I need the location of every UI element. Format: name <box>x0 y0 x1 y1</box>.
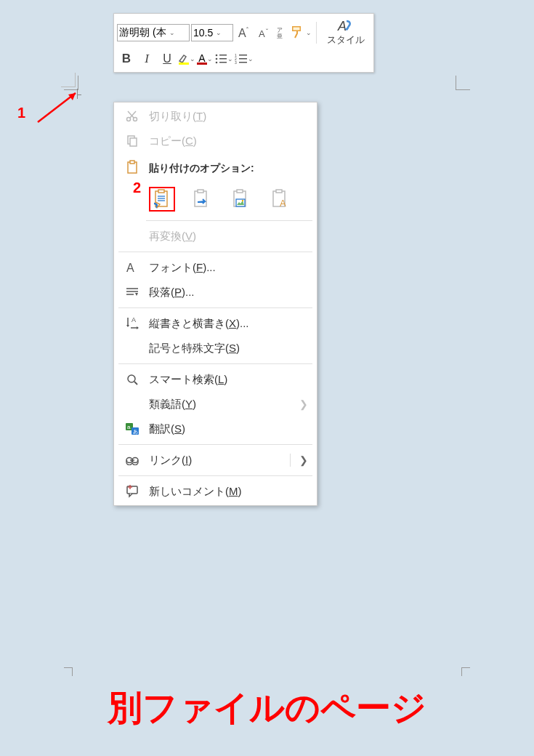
page-corner <box>456 76 470 90</box>
dropdown-icon: ⌄ <box>190 55 195 63</box>
paste-picture[interactable] <box>227 187 254 212</box>
svg-text:A: A <box>337 19 347 33</box>
svg-rect-28 <box>130 161 134 164</box>
paste-options-header: 貼り付けのオプション: <box>149 158 311 180</box>
comment-icon <box>123 483 142 499</box>
dropdown-icon: ⌄ <box>216 29 222 36</box>
svg-point-11 <box>216 62 218 64</box>
svg-text:A: A <box>126 262 134 274</box>
menu-cut[interactable]: 切り取り(T) <box>114 104 317 129</box>
bullets-button[interactable]: ⌄ <box>214 53 233 65</box>
increase-font-button[interactable]: Aˆ <box>235 24 254 41</box>
dropdown-icon: ⌄ <box>248 55 254 63</box>
bold-button[interactable]: B <box>117 50 136 68</box>
underline-button[interactable]: U <box>158 50 177 68</box>
dropdown-icon: ⌄ <box>207 55 213 63</box>
menu-label: 類義語(Y) <box>149 398 296 411</box>
page-corner <box>64 76 78 90</box>
svg-rect-14 <box>239 55 247 56</box>
menu-copy[interactable]: コピー(C) <box>114 129 317 153</box>
styles-button[interactable]: A スタイル <box>321 18 371 47</box>
menu-label: フォント(F)... <box>149 261 311 275</box>
font-icon: A <box>123 260 142 276</box>
menu-font[interactable]: A フォント(F)... <box>114 255 317 280</box>
svg-rect-12 <box>219 62 227 63</box>
svg-rect-8 <box>219 55 227 56</box>
clipboard-icon <box>123 159 142 175</box>
font-color-button[interactable]: A ⌄ <box>197 54 213 65</box>
menu-new-comment[interactable]: 新しいコメント(M) <box>114 479 317 504</box>
page-corner <box>64 667 73 676</box>
svg-point-50 <box>128 375 135 382</box>
menu-separator <box>118 444 312 445</box>
paste-merge-formatting[interactable] <box>188 187 214 212</box>
menu-symbols[interactable]: 記号と特殊文字(S) <box>114 336 317 361</box>
highlight-button[interactable]: ⌄ <box>178 54 195 65</box>
svg-text:亜: 亜 <box>277 33 283 39</box>
svg-rect-38 <box>236 199 245 206</box>
mini-toolbar: 游明朝 (本 ⌄ 10.5 ⌄ Aˆ Aˇ ア亜 ⌄ A スタイル B I U <box>113 13 374 73</box>
menu-label: 再変換(V) <box>149 230 311 244</box>
menu-synonyms[interactable]: 類義語(Y) ❯ <box>114 392 317 417</box>
paste-keep-source-formatting[interactable] <box>149 187 175 212</box>
divider <box>290 454 291 467</box>
blank-icon <box>123 340 142 356</box>
copy-icon <box>123 133 142 149</box>
menu-smart-lookup[interactable]: スマート検索(L) <box>114 367 317 392</box>
svg-point-22 <box>134 118 137 121</box>
styles-label: スタイル <box>327 33 365 47</box>
svg-point-21 <box>127 118 131 121</box>
svg-rect-37 <box>237 190 243 193</box>
menu-text-direction[interactable]: A 縦書きと横書き(X)... <box>114 311 317 336</box>
format-painter-button[interactable]: ⌄ <box>290 25 312 40</box>
blank-icon <box>123 228 142 244</box>
svg-rect-34 <box>195 191 206 206</box>
search-icon <box>123 371 142 387</box>
caption-text: 別ファイルのページ <box>0 685 534 731</box>
blank-icon <box>123 396 142 412</box>
chevron-right-icon: ❯ <box>296 398 311 410</box>
annotation-number-1: 1 <box>17 105 25 121</box>
divider <box>316 22 317 44</box>
svg-point-9 <box>216 58 218 60</box>
svg-rect-26 <box>130 138 137 146</box>
svg-rect-35 <box>198 190 203 193</box>
menu-paragraph[interactable]: 段落(P)... <box>114 280 317 305</box>
link-icon <box>123 452 142 468</box>
annotation-number-2: 2 <box>133 180 141 196</box>
svg-line-19 <box>38 93 76 122</box>
menu-label: 記号と特殊文字(S) <box>149 342 311 355</box>
svg-text:3: 3 <box>235 60 237 65</box>
menu-label: スマート検索(L) <box>149 373 311 387</box>
menu-translate[interactable]: aあ 翻訳(S) <box>114 417 317 441</box>
menu-reconvert[interactable]: 再変換(V) <box>114 224 317 249</box>
menu-label: 翻訳(S) <box>149 422 311 436</box>
font-size-select[interactable]: 10.5 ⌄ <box>191 24 233 41</box>
svg-text:A: A <box>238 27 246 39</box>
scissors-icon <box>123 108 142 124</box>
svg-text:あ: あ <box>133 429 138 435</box>
menu-label: リンク(I) <box>149 454 284 467</box>
svg-line-51 <box>134 382 137 385</box>
svg-text:ˇ: ˇ <box>266 28 268 35</box>
menu-separator <box>118 252 312 252</box>
menu-paste-options: 貼り付けのオプション: <box>114 153 317 184</box>
paste-text-only[interactable]: A <box>267 187 293 212</box>
font-name-select[interactable]: 游明朝 (本 ⌄ <box>117 24 190 41</box>
svg-text:ˆ: ˆ <box>246 26 248 33</box>
phonetic-guide-button[interactable]: ア亜 <box>275 24 288 41</box>
decrease-font-button[interactable]: Aˇ <box>255 24 274 41</box>
italic-button[interactable]: I <box>137 50 156 68</box>
font-name-value: 游明朝 (本 <box>119 26 166 39</box>
dropdown-icon: ⌄ <box>306 29 312 36</box>
svg-text:A: A <box>259 28 265 39</box>
menu-separator <box>146 220 312 221</box>
paragraph-icon <box>123 284 142 300</box>
menu-separator <box>118 363 312 364</box>
svg-rect-10 <box>219 58 227 60</box>
svg-rect-16 <box>239 58 247 60</box>
menu-link[interactable]: リンク(I) ❯ <box>114 448 317 472</box>
numbering-button[interactable]: 123 ⌄ <box>235 53 254 65</box>
svg-text:A: A <box>280 198 286 209</box>
translate-icon: aあ <box>123 421 142 437</box>
